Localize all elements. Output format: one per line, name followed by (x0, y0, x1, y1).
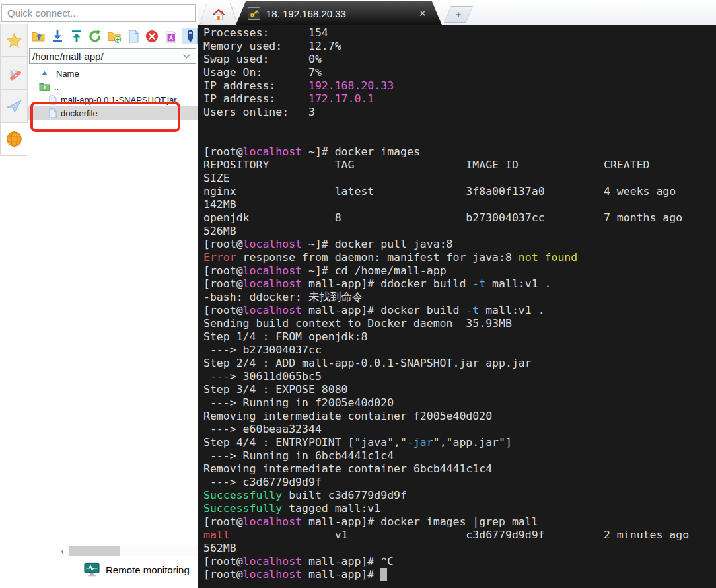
file-rows: ..mall-app-0.0.1-SNAPSHOT.jardockerfile (28, 80, 198, 120)
scroll-track[interactable] (67, 546, 215, 556)
sidebar-tab-sftp[interactable] (0, 123, 28, 156)
rename-icon (164, 29, 178, 44)
terminal-line: mall v1 c3d6779d9d9f 2 minutes ago (203, 529, 716, 542)
terminal-line: -bash: ddocker: 未找到命令 (203, 291, 716, 304)
terminal-line: [root@localhost ~]# docker pull java:8 (203, 238, 716, 251)
sftp-toolbar (28, 24, 198, 46)
rename-button[interactable] (163, 28, 180, 44)
close-tab-button[interactable]: × (417, 7, 427, 19)
paper-plane-icon (5, 98, 22, 115)
terminal-line: Step 2/4 : ADD mall-app-0.0.1-SNAPSHOT.j… (203, 357, 716, 370)
terminal-line: [root@localhost mall-app]# ddocker build… (203, 277, 716, 291)
monitor-icon (84, 562, 100, 577)
terminal-line: Error response from daemon: manifest for… (203, 251, 716, 264)
session-tab-label: 18. 192.168.20.33 (266, 8, 412, 19)
session-tab[interactable]: 18. 192.168.20.33 × (236, 1, 442, 25)
file-list: Name ..mall-app-0.0.1-SNAPSHOT.jardocker… (28, 67, 198, 120)
sidebar-nav-strip (0, 24, 28, 156)
terminal-line: [root@localhost mall-app]# docker images… (203, 515, 716, 529)
terminal-line: ---> Running in f2005e40d020 (203, 396, 716, 410)
terminal-line: REPOSITORY TAG IMAGE ID CREATED (203, 159, 716, 172)
sort-ascending-icon (42, 71, 48, 75)
parent-folder-icon (39, 82, 50, 91)
terminal-line: 526MB (203, 225, 716, 238)
sidebar-tab-sessions[interactable] (0, 24, 28, 57)
edit-icon (183, 29, 197, 44)
refresh-icon (88, 29, 102, 44)
terminal-line: Successfully built c3d6779d9d9f (203, 489, 716, 502)
file-name: dockerfile (61, 108, 98, 118)
upload-button[interactable] (68, 28, 85, 44)
terminal-line: Removing intermediate container f2005e40… (203, 410, 716, 423)
download-button[interactable] (50, 28, 66, 44)
new-file-button[interactable] (125, 28, 141, 44)
terminal-line (203, 132, 716, 145)
terminal-line: openjdk 8 b273004037cc 7 months ago (203, 211, 716, 225)
file-list-header[interactable]: Name (28, 67, 198, 80)
terminal-line: ---> e60beaa32344 (203, 423, 716, 436)
terminal-line: ---> 30611d065bc5 (203, 370, 716, 383)
file-icon (49, 108, 57, 118)
terminal-line (203, 119, 716, 132)
new-file-icon (126, 29, 141, 44)
terminal-line: Sending build context to Docker daemon 3… (203, 317, 716, 330)
home-icon (212, 9, 225, 20)
terminal-line: IP address: 172.17.0.1 (203, 92, 716, 106)
sidebar: /home/mall-app/ Name ..mall-app-0.0.1-SN… (0, 0, 198, 588)
path-combobox[interactable]: /home/mall-app/ (29, 48, 196, 64)
plus-icon: + (456, 9, 461, 20)
terminal-line: ---> c3d6779d9d9f (203, 476, 716, 489)
new-folder-icon (107, 29, 122, 44)
file-name: mall-app-0.0.1-SNAPSHOT.jar (61, 95, 177, 105)
terminal-line: Step 1/4 : FROM openjdk:8 (203, 330, 716, 344)
globe-icon (5, 130, 23, 148)
upload-icon (69, 29, 84, 44)
swiss-knife-icon (5, 65, 22, 82)
download-icon (50, 29, 65, 44)
terminal-line: Step 4/4 : ENTRYPOINT ["java","-jar","ap… (203, 436, 716, 449)
terminal-line: [root@localhost ~]# docker images (203, 145, 716, 159)
terminal-line: ---> b273004037cc (203, 344, 716, 357)
terminal-line: 142MB (203, 198, 716, 211)
scroll-left-button[interactable]: ‹ (57, 545, 67, 556)
file-row[interactable]: dockerfile (28, 106, 198, 120)
terminal-line: nginx latest 3f8a00f137a0 4 weeks ago (203, 185, 716, 198)
star-icon (6, 32, 22, 49)
terminal-line: Removing intermediate container 6bcb4441… (203, 462, 716, 476)
terminal-line: Usage On: 7% (203, 66, 716, 79)
terminal-line: [root@localhost mall-app]# ^C (203, 555, 716, 568)
terminal-output[interactable]: Processes: 154Memory used: 12.7%Swap use… (198, 25, 716, 588)
terminal-line: IP address: 192.168.20.33 (203, 79, 716, 92)
file-icon (49, 95, 57, 105)
remote-monitoring-button[interactable]: Remote monitoring (84, 562, 190, 577)
terminal-line: [root@localhost ~]# cd /home/mall-app (203, 264, 716, 277)
terminal-line: Successfully tagged mall:v1 (203, 502, 716, 515)
home-tab[interactable] (199, 3, 238, 25)
terminal-line: [root@localhost mall-app]# (203, 568, 716, 581)
terminal-line: Swap used: 0% (203, 53, 716, 66)
delete-button[interactable] (144, 28, 161, 44)
terminal-line: 562MB (203, 542, 716, 555)
parent-directory-button[interactable] (30, 28, 47, 44)
sidebar-tab-tools[interactable] (0, 57, 28, 90)
new-tab-button[interactable]: + (444, 6, 473, 23)
quick-connect-input[interactable] (1, 4, 196, 22)
edit-button[interactable] (182, 28, 198, 44)
refresh-button[interactable] (87, 28, 104, 44)
sidebar-tab-macros[interactable] (0, 90, 28, 123)
scroll-thumb[interactable] (69, 546, 120, 556)
terminal-line: [root@localhost mall-app]# docker build … (203, 304, 716, 317)
terminal-line: SIZE (203, 172, 716, 185)
key-icon (248, 7, 260, 20)
file-row[interactable]: .. (28, 80, 198, 93)
terminal-line: ---> Running in 6bcb4441c1c4 (203, 449, 716, 462)
terminal-line: Users online: 3 (203, 106, 716, 119)
terminal-line: Step 3/4 : EXPOSE 8080 (203, 383, 716, 396)
chevron-down-icon (182, 54, 191, 59)
sftp-file-panel: /home/mall-app/ Name ..mall-app-0.0.1-SN… (28, 24, 198, 588)
new-folder-button[interactable] (106, 28, 123, 44)
file-row[interactable]: mall-app-0.0.1-SNAPSHOT.jar (28, 93, 198, 106)
parent-directory-icon (31, 29, 46, 44)
terminal-tab-bar: 18. 192.168.20.33 × + (198, 0, 716, 25)
name-column-header: Name (56, 69, 79, 79)
